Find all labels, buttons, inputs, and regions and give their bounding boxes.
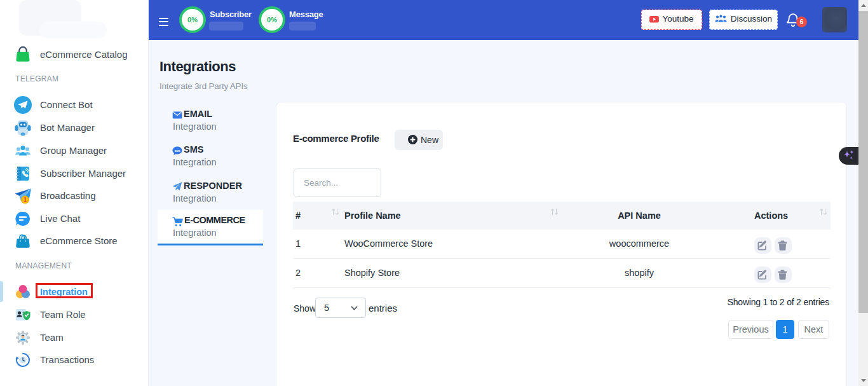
svg-text:SMS: SMS — [175, 149, 180, 153]
svg-text:1: 1 — [24, 196, 27, 203]
